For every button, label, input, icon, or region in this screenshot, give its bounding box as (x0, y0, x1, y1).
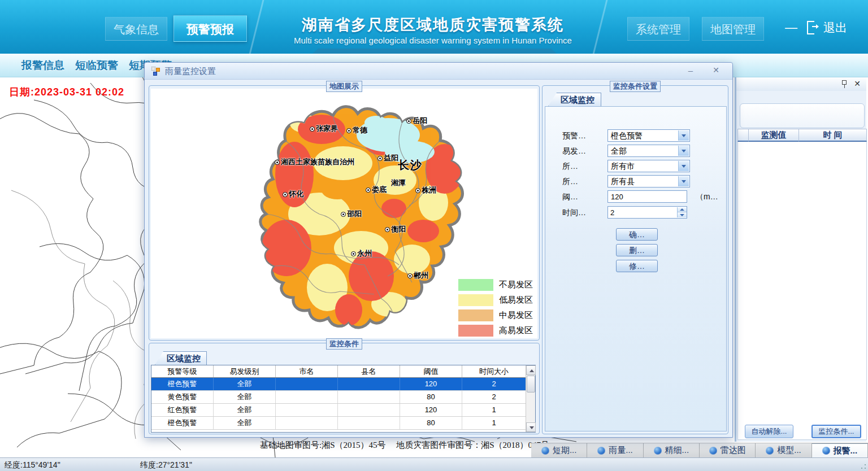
city-marker-icon (366, 187, 371, 193)
time-stepper[interactable]: 2 (607, 206, 687, 219)
dock-groupbox (740, 103, 865, 128)
threshold-input[interactable]: 120 (607, 190, 687, 203)
table-row[interactable]: 橙色预警全部1202 (151, 378, 535, 391)
globe-icon (822, 447, 830, 455)
header-title-ribbon (308, 49, 561, 54)
taskbar-tab-label: 报警... (834, 446, 858, 456)
table-cell: 120 (400, 378, 462, 390)
taskbar-tab-5[interactable]: 模型... (756, 443, 811, 457)
taskbar-tab-4[interactable]: 雷达图 (700, 443, 756, 457)
table-col-header[interactable]: 易发级别 (214, 365, 276, 377)
city-label[interactable]: 衡阳 (385, 224, 406, 234)
table-cell (338, 417, 400, 429)
table-col-header[interactable]: 市名 (276, 365, 338, 377)
city-label[interactable]: 益阳 (377, 153, 398, 163)
field-label: 预警… (562, 131, 586, 141)
city-label[interactable]: 永州 (351, 248, 372, 259)
taskbar-tab-1[interactable]: 短期... (531, 443, 587, 457)
taskbar-tab-2[interactable]: 雨量... (587, 443, 643, 457)
city-label[interactable]: 长沙 (398, 158, 423, 173)
pin-icon[interactable] (841, 80, 848, 88)
dialog-minimize-button[interactable]: – (684, 66, 697, 77)
table-col-header[interactable]: 时间大小 (462, 365, 526, 377)
dropdown-3[interactable]: 所有市 (607, 160, 690, 172)
city-label[interactable]: 邵阳 (341, 209, 362, 219)
dialog-close-button[interactable]: ✕ (710, 66, 722, 77)
city-label[interactable]: 岳阳 (406, 116, 427, 126)
table-col-header[interactable]: 预警等级 (151, 365, 214, 377)
legend-row: 不易发区 (458, 278, 533, 291)
scroll-down-icon[interactable] (526, 422, 536, 432)
dropdown-1[interactable]: 橙色预警 (607, 129, 690, 142)
table-row[interactable]: 红色预警全部1201 (151, 404, 535, 417)
stepper-up-icon[interactable] (678, 207, 687, 212)
exit-button[interactable]: 退出 (807, 19, 847, 37)
city-name: 张家界 (316, 124, 338, 134)
top-nav-item-2[interactable]: 预警预报 (173, 15, 247, 42)
scroll-thumb[interactable] (527, 376, 535, 393)
table-col-header[interactable]: 阈值 (400, 365, 462, 377)
city-marker-icon (351, 251, 356, 256)
tab-area-monitor-settings[interactable]: 区域监控 (548, 93, 601, 106)
delete-button[interactable]: 删… (616, 244, 658, 256)
table-row[interactable]: 黄色预警全部802 (151, 391, 535, 404)
city-label[interactable]: 常德 (346, 125, 367, 136)
top-nav-item-right-2[interactable]: 地图管理 (702, 17, 764, 41)
monitor-value-dock-panel: ✕ 监测值时 间 (735, 77, 866, 442)
subnav-item-2[interactable]: 短临预警 (75, 58, 118, 73)
top-nav-item-right-1[interactable]: 系统管理 (627, 17, 689, 41)
city-marker-icon (283, 192, 288, 197)
table-cell: 120 (400, 404, 462, 416)
scroll-up-icon[interactable] (526, 365, 536, 375)
subnav-item-1[interactable]: 报警信息 (21, 58, 64, 73)
form-field-row: 所…所有县 (545, 175, 726, 187)
taskbar-tab-3[interactable]: 精细... (644, 443, 700, 457)
hunan-warning-map[interactable]: 张家界常德岳阳益阳长沙湘西土家族苗族自治州怀化娄底湘潭株洲邵阳衡阳永州郴州 不易… (151, 89, 537, 338)
monitor-condition-button[interactable]: 监控条件... (811, 425, 861, 438)
dock-col-header[interactable]: 时 间 (799, 129, 867, 142)
table-col-header[interactable]: 县名 (338, 365, 400, 377)
dock-col-header[interactable] (737, 129, 749, 142)
taskbar-tab-label: 短期... (553, 445, 577, 456)
dock-col-header[interactable]: 监测值 (749, 129, 799, 142)
dropdown-2[interactable]: 全部 (607, 145, 690, 157)
modify-button[interactable]: 修… (616, 260, 658, 272)
chevron-down-icon[interactable] (678, 176, 689, 186)
taskbar-tab-6[interactable]: 报警... (812, 443, 868, 457)
form-field-row: 预警…橙色预警 (545, 129, 726, 142)
stepper-down-icon[interactable] (678, 212, 687, 217)
table-row[interactable]: 橙色预警全部801 (151, 417, 535, 430)
table-cell (276, 404, 338, 416)
dialog-titlebar[interactable]: 雨量监控设置 – ✕ (145, 63, 732, 80)
window-minimize-button[interactable]: — (783, 20, 800, 36)
city-label[interactable]: 株洲 (415, 185, 436, 195)
table-cell: 1 (462, 417, 526, 429)
city-marker-icon (346, 128, 351, 133)
dialog-title: 雨量监控设置 (165, 66, 216, 77)
confirm-button[interactable]: 确… (616, 228, 658, 241)
city-label[interactable]: 怀化 (283, 189, 303, 199)
chevron-down-icon[interactable] (678, 146, 689, 156)
legend-row: 高易发区 (458, 324, 533, 337)
table-cell: 2 (462, 378, 526, 390)
city-label[interactable]: 娄底 (366, 185, 387, 195)
city-label[interactable]: 张家界 (310, 124, 338, 134)
globe-icon (709, 447, 717, 455)
chevron-down-icon[interactable] (678, 130, 689, 141)
city-label[interactable]: 湘西土家族苗族自治州 (275, 157, 354, 167)
dock-close-icon[interactable]: ✕ (853, 79, 862, 88)
tab-area-monitor[interactable]: 区域监控 (155, 351, 207, 365)
auto-release-button[interactable]: 自动解除... (745, 425, 793, 438)
city-name: 岳阳 (413, 116, 427, 126)
table-scrollbar[interactable] (526, 365, 535, 432)
app-window: 气象信息预警预报 湖南省多尺度区域地质灾害预警系统 Multi scale re… (0, 0, 868, 471)
city-label[interactable]: 湘潭 (391, 178, 406, 188)
top-nav-item-1[interactable]: 气象信息 (105, 17, 167, 41)
city-marker-icon (385, 227, 390, 232)
dropdown-4[interactable]: 所有县 (607, 175, 690, 187)
chevron-down-icon[interactable] (678, 161, 689, 171)
app-subtitle: Multi scale regional geological disaster… (263, 36, 602, 45)
city-label[interactable]: 郴州 (407, 271, 428, 281)
dock-table-body (737, 142, 867, 440)
resize-grip[interactable] (861, 464, 866, 469)
